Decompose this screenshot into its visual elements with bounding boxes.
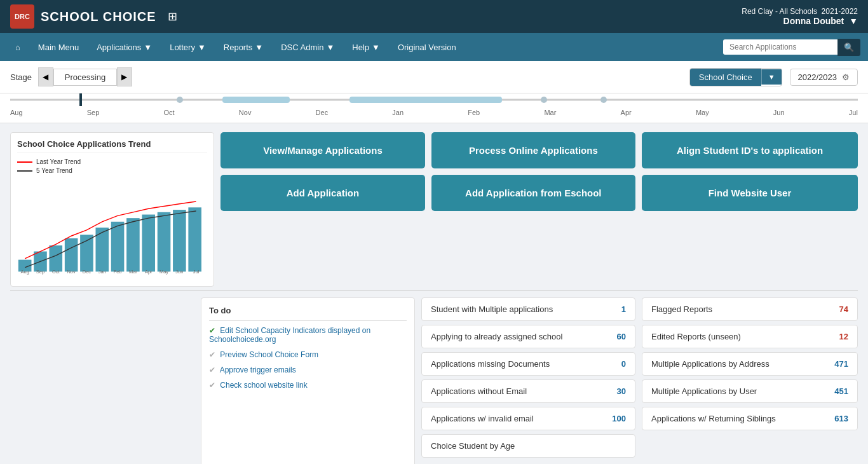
stat-value[interactable]: 100 xyxy=(612,414,626,423)
nav-help[interactable]: Help ▼ xyxy=(344,39,388,56)
month-feb: Feb xyxy=(468,109,480,116)
nav-main-menu[interactable]: Main Menu xyxy=(31,39,86,56)
stat-value[interactable]: 471 xyxy=(834,359,848,369)
svg-rect-2 xyxy=(50,245,63,271)
year-label: 2022/2023 xyxy=(798,72,837,82)
chart-legend: Last Year Trend 5 Year Trend xyxy=(17,158,207,174)
add-application-btn[interactable]: Add Application xyxy=(220,175,424,211)
month-mar: Mar xyxy=(544,109,556,116)
add-from-eschool-btn[interactable]: Add Application from Eschool xyxy=(431,175,635,211)
dropdown-arrow: ▼ xyxy=(198,43,206,52)
top-header: DRC SCHOOL CHOICE ⊞ Red Clay - All Schoo… xyxy=(0,0,868,33)
find-website-user-btn[interactable]: Find Website User xyxy=(642,175,858,211)
user-name[interactable]: Donna Doubet ▼ xyxy=(742,16,858,26)
school-choice-dropdown-arrow[interactable]: ▼ xyxy=(761,69,782,85)
svg-rect-10 xyxy=(173,210,186,271)
grid-icon[interactable]: ⊞ xyxy=(168,10,177,24)
stat-label: Student with Multiple applications xyxy=(431,304,553,314)
chart-panel: School Choice Applications Trend Last Ye… xyxy=(10,132,214,287)
chart-area: Aug Sep Oct Nov Dec Jan Feb Mar Apr May … xyxy=(17,178,207,280)
todo-link-2[interactable]: Preview School Choice Form xyxy=(220,350,318,359)
stats-col-left: Student with Multiple applications 1 App… xyxy=(421,297,635,464)
timeline-area: Aug Sep Oct Nov Dec Jan Feb Mar Apr May … xyxy=(0,93,868,123)
stat-label: Applications w/ Returning Siblings xyxy=(651,414,776,423)
stat-edited-reports: Edited Reports (unseen) 12 xyxy=(642,325,858,348)
stage-label: Processing xyxy=(53,69,117,86)
chart-panel-bottom-spacer xyxy=(10,297,194,464)
gear-icon[interactable]: ⚙ xyxy=(842,72,850,82)
stat-assigned-school: Applying to already assigned school 60 xyxy=(421,325,635,348)
stage-bar: Stage ◀ Processing ▶ School Choice ▼ 202… xyxy=(0,61,868,93)
stat-label: Choice Student by Age xyxy=(431,441,515,451)
legend-line-black xyxy=(17,170,32,172)
svg-text:Jul: Jul xyxy=(193,269,200,275)
nav-lottery[interactable]: Lottery ▼ xyxy=(162,39,214,56)
check-icon-1: ✔ xyxy=(209,326,215,335)
month-nov: Nov xyxy=(239,109,252,116)
logo-area: DRC SCHOOL CHOICE ⊞ xyxy=(10,4,177,29)
main-grid: View/Manage Applications Add Application… xyxy=(0,123,868,287)
stat-value[interactable]: 451 xyxy=(834,386,848,396)
nav-bar: ⌂ Main Menu Applications ▼ Lottery ▼ Rep… xyxy=(0,33,868,61)
month-oct: Oct xyxy=(164,109,175,116)
timeline-dot-apr xyxy=(600,97,607,103)
year-select: 2022/2023 ⚙ xyxy=(790,69,858,86)
svg-rect-11 xyxy=(188,207,201,271)
stat-label: Applications missing Documents xyxy=(431,359,550,369)
timeline-track xyxy=(10,93,858,106)
home-icon: ⌂ xyxy=(15,43,20,52)
stat-value[interactable]: 613 xyxy=(834,414,848,423)
svg-rect-9 xyxy=(158,212,171,272)
svg-text:Apr: Apr xyxy=(145,269,153,275)
svg-rect-3 xyxy=(65,238,78,271)
process-online-btn[interactable]: Process Online Applications xyxy=(431,132,635,168)
stat-value[interactable]: 60 xyxy=(617,332,626,341)
view-manage-btn[interactable]: View/Manage Applications xyxy=(220,132,424,168)
align-student-ids-btn[interactable]: Align Student ID's to application xyxy=(642,132,858,168)
search-input[interactable] xyxy=(723,39,837,55)
nav-dsc-admin[interactable]: DSC Admin ▼ xyxy=(273,39,342,56)
month-dec: Dec xyxy=(316,109,329,116)
stat-multiple-apps: Student with Multiple applications 1 xyxy=(421,297,635,321)
month-apr: Apr xyxy=(621,109,632,116)
stage-prev-button[interactable]: ◀ xyxy=(38,67,53,86)
chart-svg: Aug Sep Oct Nov Dec Jan Feb Mar Apr May … xyxy=(17,178,207,280)
stage-control: Stage ◀ Processing ▶ xyxy=(10,67,132,86)
svg-rect-5 xyxy=(95,228,109,271)
svg-text:May: May xyxy=(159,269,168,275)
school-choice-select[interactable]: School Choice ▼ xyxy=(689,68,782,86)
todo-link-4[interactable]: Check school website link xyxy=(220,381,307,390)
svg-text:Sep: Sep xyxy=(36,269,44,275)
todo-link-3[interactable]: Approve trigger emails xyxy=(220,365,296,374)
bottom-grid: To do ✔ Edit School Capacity Indicators … xyxy=(0,291,868,464)
svg-rect-7 xyxy=(126,218,140,271)
search-container: 🔍 xyxy=(723,39,860,56)
month-jan: Jan xyxy=(392,109,403,116)
stat-value[interactable]: 0 xyxy=(621,359,626,369)
legend-5-year: 5 Year Trend xyxy=(17,167,207,174)
user-info: Red Clay - All Schools 2021-2022 Donna D… xyxy=(742,7,858,26)
stat-value[interactable]: 12 xyxy=(839,332,848,341)
nav-reports[interactable]: Reports ▼ xyxy=(216,39,271,56)
buttons-col-1: View/Manage Applications Add Application xyxy=(220,132,424,211)
stat-label: Multiple Applications by User xyxy=(651,386,757,396)
svg-text:Dec: Dec xyxy=(83,269,92,275)
nav-applications[interactable]: Applications ▼ xyxy=(89,39,159,56)
stat-value[interactable]: 74 xyxy=(839,304,848,314)
stat-value[interactable]: 30 xyxy=(617,386,626,396)
nav-home[interactable]: ⌂ xyxy=(8,39,28,56)
stage-next-button[interactable]: ▶ xyxy=(117,67,132,86)
dropdown-arrow: ▼ xyxy=(326,43,334,52)
search-button[interactable]: 🔍 xyxy=(837,39,860,56)
todo-item-4: ✔ Check school website link xyxy=(209,381,407,390)
stats-col-right: Flagged Reports 74 Edited Reports (unsee… xyxy=(642,297,858,464)
svg-rect-8 xyxy=(142,215,155,272)
stat-value[interactable]: 1 xyxy=(621,304,626,314)
svg-text:Aug: Aug xyxy=(21,269,29,275)
buttons-col-3: Align Student ID's to application Find W… xyxy=(642,132,858,211)
todo-title: To do xyxy=(209,306,407,321)
timeline-dot-oct xyxy=(177,97,183,103)
check-icon-3: ✔ xyxy=(209,365,215,374)
nav-original-version[interactable]: Original Version xyxy=(390,39,464,56)
todo-link-1[interactable]: Edit School Capacity Indicators displaye… xyxy=(209,326,370,344)
